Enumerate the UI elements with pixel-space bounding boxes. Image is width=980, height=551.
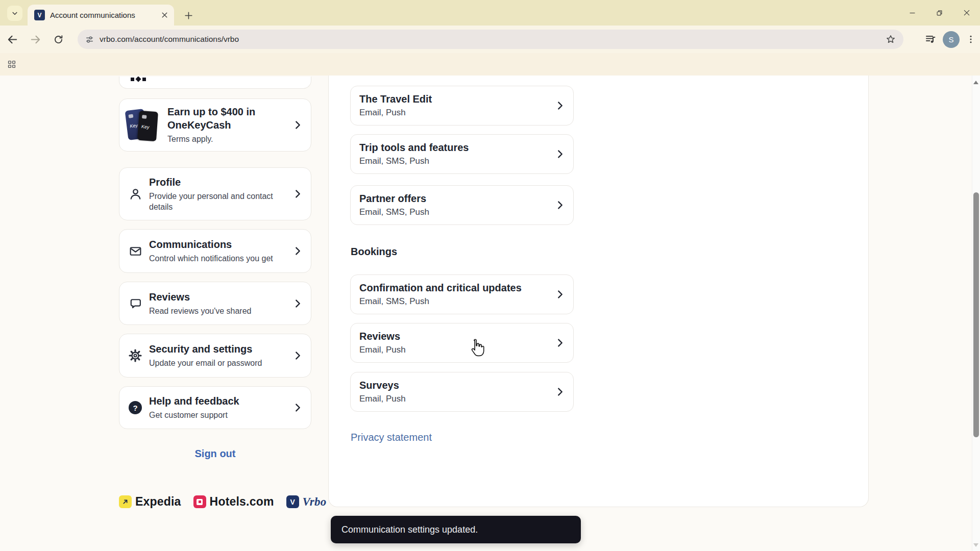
row-confirmation-critical-updates[interactable]: Confirmation and critical updates Email,… bbox=[350, 274, 574, 314]
toolbar-right-cluster: S bbox=[924, 30, 976, 49]
privacy-statement-link[interactable]: Privacy statement bbox=[351, 432, 432, 443]
chevron-right-icon bbox=[555, 337, 566, 348]
close-window-button[interactable] bbox=[953, 0, 980, 26]
chevron-right-icon bbox=[292, 298, 304, 309]
restore-icon bbox=[936, 9, 943, 17]
browser-window: V Account communications bbox=[0, 0, 980, 551]
chat-bubble-icon bbox=[128, 296, 143, 311]
toast-notification: Communication settings updated. bbox=[331, 516, 581, 543]
sign-out-button[interactable]: Sign out bbox=[119, 448, 311, 460]
minimize-button[interactable] bbox=[899, 0, 926, 26]
scroll-down-arrow-icon[interactable] bbox=[973, 543, 978, 547]
hotels-com-icon bbox=[193, 495, 206, 508]
credit-cards-image: Key Key bbox=[127, 108, 160, 142]
vrbo-favicon-icon: V bbox=[34, 10, 45, 20]
page-scrollbar[interactable] bbox=[972, 76, 980, 551]
vrbo-logo[interactable]: V Vrbo bbox=[286, 495, 327, 509]
gear-icon bbox=[128, 348, 143, 363]
toast-message: Communication settings updated. bbox=[341, 524, 478, 535]
sidebar-item-reviews[interactable]: Reviews Read reviews you've shared bbox=[119, 282, 311, 325]
tab-search-button[interactable] bbox=[7, 6, 22, 21]
onekeycash-promo-card[interactable]: Key Key Earn up to $400 in OneKeyCash Te… bbox=[119, 98, 311, 152]
site-settings-tune-icon[interactable] bbox=[85, 35, 94, 44]
profile-avatar[interactable]: S bbox=[943, 31, 960, 48]
tab-title: Account communications bbox=[50, 11, 160, 19]
hotels-com-logo[interactable]: Hotels.com bbox=[193, 495, 274, 509]
media-controls-icon[interactable] bbox=[924, 33, 937, 45]
onekey-logo-icon bbox=[131, 77, 146, 81]
vrbo-account-page: Key Key Earn up to $400 in OneKeyCash Te… bbox=[0, 76, 980, 551]
apps-grid-icon[interactable] bbox=[8, 60, 16, 68]
bookings-section-heading: Bookings bbox=[351, 246, 397, 258]
brand-logos-row: Expedia Hotels.com V Vrbo bbox=[119, 495, 326, 509]
sidebar-item-security-settings[interactable]: Security and settings Update your email … bbox=[119, 334, 311, 378]
sidebar-item-communications[interactable]: Communications Control which notificatio… bbox=[119, 229, 311, 273]
scroll-up-arrow-icon[interactable] bbox=[973, 81, 978, 84]
sidebar-item-profile[interactable]: Profile Provide your personal and contac… bbox=[119, 167, 311, 220]
restore-button[interactable] bbox=[926, 0, 953, 26]
person-icon bbox=[128, 186, 143, 202]
url-text[interactable]: vrbo.com/account/communications/vrbo bbox=[100, 35, 885, 44]
row-surveys[interactable]: Surveys Email, Push bbox=[350, 372, 574, 412]
promo-title: Earn up to $400 in OneKeyCash bbox=[167, 105, 272, 132]
back-arrow-icon bbox=[7, 34, 18, 45]
tab-close-icon[interactable] bbox=[160, 11, 169, 19]
window-controls bbox=[899, 0, 980, 26]
forward-arrow-icon bbox=[30, 34, 41, 45]
vrbo-icon: V bbox=[286, 495, 299, 508]
row-reviews[interactable]: Reviews Email, Push bbox=[350, 323, 574, 363]
reload-icon bbox=[53, 34, 64, 45]
chevron-right-icon bbox=[292, 350, 304, 361]
bookmarks-bar bbox=[0, 53, 980, 76]
key-card-black: Key bbox=[137, 111, 158, 141]
chevron-right-icon bbox=[555, 386, 566, 397]
mail-icon bbox=[128, 243, 143, 259]
address-bar[interactable]: vrbo.com/account/communications/vrbo bbox=[78, 30, 903, 49]
active-tab[interactable]: V Account communications bbox=[28, 5, 174, 26]
row-trip-tools-features[interactable]: Trip tools and features Email, SMS, Push bbox=[350, 134, 574, 174]
expedia-logo[interactable]: Expedia bbox=[119, 495, 181, 509]
new-tab-button[interactable] bbox=[180, 7, 197, 24]
browser-tab-strip: V Account communications bbox=[0, 0, 980, 26]
scrollbar-thumb[interactable] bbox=[973, 192, 979, 437]
back-button[interactable] bbox=[2, 29, 23, 50]
row-the-travel-edit[interactable]: The Travel Edit Email, Push bbox=[350, 86, 574, 126]
reload-button[interactable] bbox=[47, 29, 69, 50]
chevron-right-icon bbox=[292, 188, 304, 199]
help-icon: ? bbox=[128, 400, 143, 415]
close-icon bbox=[963, 9, 971, 17]
bookmark-star-icon[interactable] bbox=[885, 34, 896, 45]
forward-button[interactable] bbox=[24, 29, 46, 50]
plus-icon bbox=[184, 11, 193, 20]
chevron-down-icon bbox=[10, 9, 19, 18]
browser-menu-icon[interactable] bbox=[966, 34, 976, 44]
sidebar-item-help-feedback[interactable]: ? Help and feedback Get customer support bbox=[119, 386, 311, 429]
row-partner-offers[interactable]: Partner offers Email, SMS, Push bbox=[350, 185, 574, 225]
chevron-right-icon bbox=[292, 402, 304, 413]
browser-toolbar: vrbo.com/account/communications/vrbo S bbox=[0, 26, 980, 53]
chevron-right-icon bbox=[555, 100, 566, 111]
promo-subtitle: Terms apply. bbox=[167, 134, 272, 145]
chevron-right-icon bbox=[292, 119, 304, 131]
minimize-icon bbox=[909, 9, 916, 17]
onekey-card-partial[interactable] bbox=[119, 77, 311, 89]
chevron-right-icon bbox=[555, 148, 566, 160]
chevron-right-icon bbox=[292, 245, 304, 257]
expedia-icon bbox=[119, 495, 132, 508]
chevron-right-icon bbox=[555, 199, 566, 211]
chevron-right-icon bbox=[555, 289, 566, 300]
